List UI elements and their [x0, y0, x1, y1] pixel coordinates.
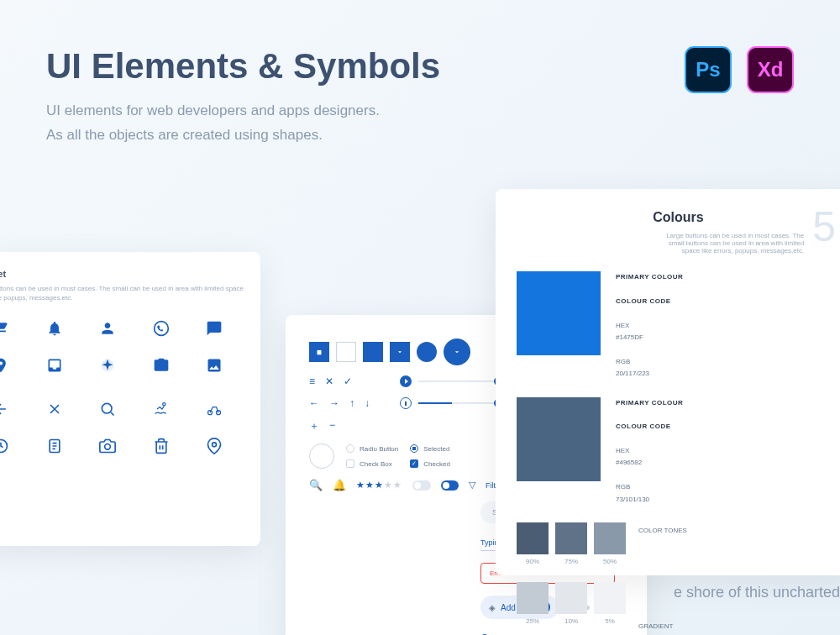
- trash-button[interactable]: [309, 342, 329, 362]
- plus-icon: ＋: [309, 419, 319, 433]
- location-icon: [0, 356, 10, 375]
- colours-number: 5: [812, 210, 836, 244]
- slider-empty[interactable]: [418, 380, 502, 382]
- svg-point-3: [162, 403, 165, 406]
- swatch-slate: [517, 397, 601, 481]
- card-icon-set: Set buttons can be used in most cases. T…: [0, 252, 260, 546]
- play-button[interactable]: [400, 375, 412, 387]
- icon-grid-outline: [0, 400, 244, 455]
- chevron-down-button-outline[interactable]: [336, 342, 356, 362]
- chevron-down-button-large[interactable]: [444, 338, 470, 365]
- color-tones-row2: [517, 582, 626, 614]
- icon-grid-filled: [0, 319, 244, 375]
- xd-badge: Xd: [747, 46, 794, 93]
- tones-label: COLOR TONES: [638, 527, 687, 534]
- svg-point-0: [154, 322, 168, 336]
- photoshop-badge: Ps: [685, 46, 732, 93]
- bell-icon: [45, 319, 64, 338]
- inbox-icon: [45, 356, 64, 375]
- swatch-primary-1: PRIMARY COLOUR COLOUR CODE HEX #1475DF R…: [517, 271, 836, 380]
- card-colours: Colours Large buttons can be used in mos…: [496, 189, 840, 575]
- svg-point-2: [102, 404, 113, 414]
- colours-title: Colours: [653, 210, 804, 225]
- down-icon: ↓: [365, 397, 370, 409]
- iconset-desc: buttons can be used in most cases. The s…: [0, 284, 244, 302]
- check-icon: ✓: [344, 375, 352, 387]
- gradient-label: GRADIENT: [638, 622, 687, 630]
- color-tones-row1: [517, 522, 626, 554]
- phone-icon: [152, 319, 171, 338]
- notification-icon: 🔔: [333, 479, 346, 491]
- circle-button[interactable]: [417, 342, 437, 362]
- camera-icon: [152, 356, 171, 375]
- chevron-down-button[interactable]: [390, 342, 410, 362]
- app-badges: Ps Xd: [685, 46, 794, 93]
- pause-button[interactable]: [400, 397, 412, 409]
- radio-unchecked[interactable]: [346, 444, 354, 453]
- header: UI Elements & Symbols UI elements for we…: [46, 46, 794, 148]
- page-title: UI Elements & Symbols: [46, 46, 794, 87]
- tone-90: [517, 522, 549, 554]
- menu-icon: ≡: [309, 375, 315, 387]
- trash-icon: [152, 437, 171, 455]
- chat-icon: [205, 319, 223, 338]
- checkbox-unchecked[interactable]: [346, 459, 354, 468]
- svg-point-8: [105, 444, 111, 450]
- tone-50: [594, 522, 626, 554]
- close-icon: [45, 400, 64, 418]
- pin-outline-icon: [205, 437, 223, 455]
- tone-75: [555, 522, 587, 554]
- svg-point-9: [213, 443, 217, 447]
- bicycle-icon: [205, 400, 223, 418]
- toggle-off[interactable]: [412, 480, 431, 491]
- filter-icon: ▽: [469, 480, 475, 491]
- subtitle: UI elements for web developers and apps …: [46, 99, 794, 148]
- tone-25: [517, 582, 549, 614]
- swatch-blue: [517, 271, 601, 355]
- star-rating[interactable]: ★★★★★: [356, 480, 402, 491]
- square-button[interactable]: [363, 342, 383, 362]
- slider-progress[interactable]: [418, 402, 502, 404]
- search-icon: [98, 400, 117, 418]
- cart-icon: [0, 319, 10, 338]
- zoom-icon: 🔍: [309, 479, 323, 491]
- minus-icon: −: [329, 419, 335, 433]
- background-text: e shore of this uncharted: [674, 584, 840, 601]
- toggle-on[interactable]: [441, 480, 459, 491]
- user-icon: [98, 319, 117, 338]
- clock-icon: [0, 437, 10, 455]
- swatch-primary-2: PRIMARY COLOUR COLOUR CODE HEX #496582 R…: [517, 397, 836, 506]
- iconset-title: Set: [0, 269, 244, 279]
- loader-circle: [309, 443, 334, 469]
- note-icon: [45, 437, 64, 455]
- up-icon: ↑: [349, 397, 354, 409]
- swim-icon: [152, 400, 171, 418]
- radio-checked[interactable]: [410, 444, 418, 453]
- tone-10: [555, 582, 587, 614]
- arrow-left-icon: [0, 400, 10, 418]
- checkbox-checked[interactable]: ✓: [410, 459, 418, 468]
- tone-5: [594, 582, 626, 614]
- x-icon: ✕: [325, 375, 333, 387]
- colours-desc: Large buttons can be used in most cases.…: [653, 232, 804, 255]
- right-icon: →: [329, 397, 339, 409]
- camera-outline-icon: [98, 437, 117, 455]
- image-icon: [205, 356, 223, 375]
- navigation-icon: [98, 356, 117, 375]
- left-icon: ←: [309, 397, 319, 409]
- button-variants-row: [309, 338, 502, 365]
